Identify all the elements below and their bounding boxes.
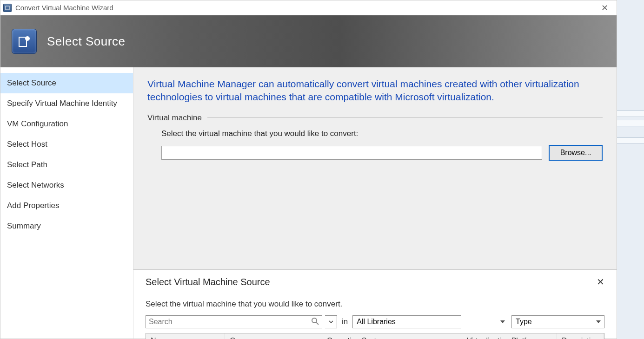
wizard-banner: Select Source (0, 15, 617, 67)
wizard-banner-icon (12, 29, 37, 54)
step-select-networks[interactable]: Select Networks (0, 175, 133, 196)
select-vm-source-dialog: Select Virtual Machine Source ✕ Select t… (133, 269, 617, 339)
window-title: Convert Virtual Machine Wizard (15, 4, 113, 12)
wizard-steps-sidebar: Select Source Specify Virtual Machine Id… (0, 67, 133, 339)
browse-button[interactable]: Browse... (549, 145, 603, 161)
col-description[interactable]: Description (557, 333, 604, 339)
step-summary[interactable]: Summary (0, 216, 133, 236)
app-icon (3, 4, 12, 12)
window-close-icon[interactable]: ✕ (595, 3, 614, 13)
svg-rect-0 (6, 6, 9, 10)
intro-text: Virtual Machine Manager can automaticall… (147, 78, 603, 104)
virtual-machine-input[interactable] (161, 146, 542, 160)
title-bar: Convert Virtual Machine Wizard ✕ (0, 0, 617, 15)
search-input[interactable] (146, 315, 322, 328)
scope-select[interactable] (352, 315, 461, 328)
dialog-title: Select Virtual Machine Source (146, 277, 270, 287)
step-select-path[interactable]: Select Path (0, 155, 133, 175)
group-label-virtual-machine: Virtual machine (147, 113, 202, 123)
col-owner[interactable]: Owner (225, 333, 322, 339)
banner-title: Select Source (47, 34, 125, 49)
svg-line-4 (316, 322, 319, 325)
search-icon (311, 317, 319, 327)
step-vm-configuration[interactable]: VM Configuration (0, 114, 133, 134)
col-platform[interactable]: Virtualization Platform (462, 333, 557, 339)
step-add-properties[interactable]: Add Properties (0, 196, 133, 216)
dialog-instruction: Select the virtual machine that you woul… (146, 300, 604, 309)
dialog-close-icon[interactable]: ✕ (597, 276, 604, 287)
step-specify-identity[interactable]: Specify Virtual Machine Identity (0, 93, 133, 114)
step-select-source[interactable]: Select Source (0, 73, 133, 93)
type-select[interactable] (511, 315, 604, 328)
select-vm-instruction: Select the virtual machine that you woul… (161, 129, 603, 138)
search-dropdown-button[interactable] (325, 315, 337, 328)
grid-header: Name Owner Operating System Virtualizati… (146, 333, 604, 339)
divider (207, 117, 603, 118)
step-select-host[interactable]: Select Host (0, 134, 133, 155)
col-os[interactable]: Operating System (322, 333, 462, 339)
svg-point-3 (312, 318, 317, 323)
svg-point-2 (25, 36, 30, 41)
in-label: in (340, 317, 350, 326)
vm-source-grid: Name Owner Operating System Virtualizati… (146, 333, 604, 339)
col-name[interactable]: Name (146, 333, 225, 339)
